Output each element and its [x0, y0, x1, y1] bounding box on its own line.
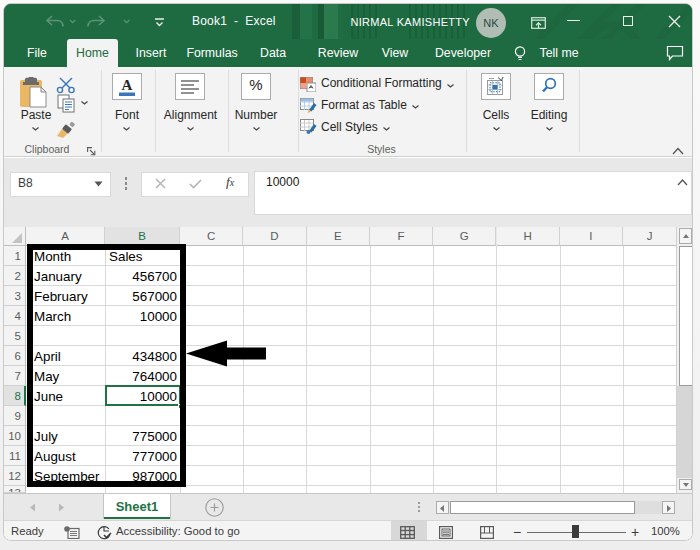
svg-text:A: A — [122, 77, 133, 93]
